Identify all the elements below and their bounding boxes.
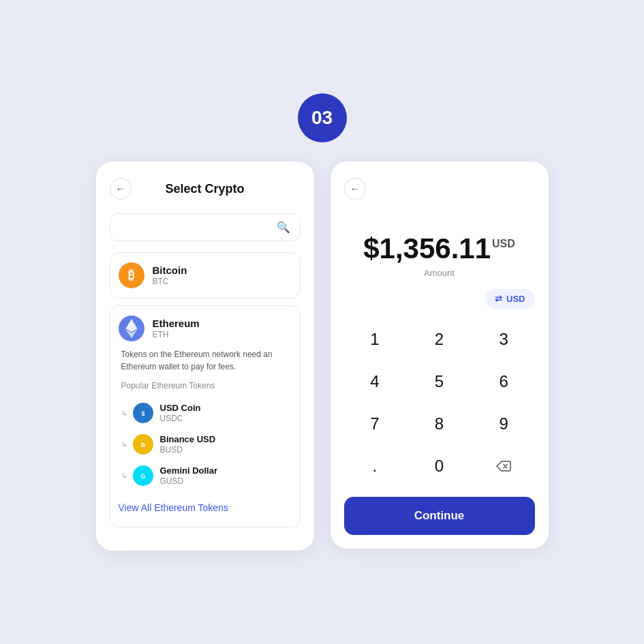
view-all-tokens-link[interactable]: View All Ethereum Tokens [119, 498, 228, 517]
amount-label: Amount [344, 268, 535, 278]
ethereum-item-row: Ethereum ETH [119, 316, 292, 341]
busd-icon: B [133, 434, 153, 455]
gusd-name: Gemini Dollar [160, 465, 218, 476]
gusd-info: Gemini Dollar GUSD [160, 465, 218, 486]
search-input[interactable] [120, 222, 277, 233]
bitcoin-info: Bitcoin BTC [153, 264, 187, 286]
num-5-button[interactable]: 5 [408, 362, 470, 401]
ethereum-name: Ethereum [153, 318, 200, 329]
swap-icon: ⇄ [495, 294, 502, 304]
left-back-button[interactable]: ← [110, 178, 132, 200]
delete-button[interactable] [473, 446, 535, 486]
usdc-arrow-icon: ↳ [121, 409, 127, 418]
busd-symbol: BUSD [160, 445, 216, 455]
busd-name: Binance USD [160, 434, 216, 444]
amount-currency-label: USD [492, 238, 515, 250]
bitcoin-name: Bitcoin [153, 264, 187, 276]
gusd-icon: G [133, 465, 153, 486]
svg-text:$: $ [141, 410, 144, 417]
busd-arrow-icon: ↳ [121, 440, 127, 449]
right-panel-header: ← [344, 178, 535, 200]
amount-panel: ← $1,356.11USD Amount ⇄ USD 1 2 3 4 5 6 … [331, 162, 549, 549]
step-badge: 03 [298, 93, 347, 142]
delete-icon [496, 461, 511, 472]
step-number: 03 [311, 107, 333, 129]
ethereum-note: Tokens on the Ethereum network need an E… [119, 348, 292, 373]
busd-glyph: B [138, 439, 149, 450]
left-panel-title: Select Crypto [165, 182, 244, 196]
panels-container: ← Select Crypto 🔍 ₿ Bitcoin BTC [96, 162, 549, 551]
num-dot-button[interactable]: . [344, 446, 406, 486]
ethereum-icon [119, 316, 144, 341]
num-1-button[interactable]: 1 [344, 320, 406, 359]
gusd-arrow-icon: ↳ [121, 472, 127, 480]
svg-text:B: B [140, 442, 145, 448]
left-back-icon: ← [116, 183, 125, 194]
usdc-name: USD Coin [160, 403, 201, 413]
search-icon: 🔍 [277, 221, 290, 234]
num-3-button[interactable]: 3 [473, 320, 535, 359]
gusd-glyph: G [138, 470, 149, 481]
amount-number: $1,356.11 [363, 232, 491, 265]
num-2-button[interactable]: 2 [408, 320, 470, 359]
svg-text:G: G [140, 473, 145, 480]
ethereum-glyph [125, 319, 138, 338]
num-8-button[interactable]: 8 [408, 404, 470, 444]
select-crypto-panel: ← Select Crypto 🔍 ₿ Bitcoin BTC [96, 162, 314, 551]
ethereum-info: Ethereum ETH [153, 318, 200, 339]
busd-info: Binance USD BUSD [160, 434, 216, 455]
ethereum-symbol: ETH [153, 330, 200, 339]
right-back-button[interactable]: ← [344, 178, 366, 200]
num-7-button[interactable]: 7 [344, 404, 406, 444]
bitcoin-glyph: ₿ [128, 269, 134, 283]
num-9-button[interactable]: 9 [473, 404, 535, 444]
currency-toggle-button[interactable]: ⇄ USD [485, 289, 534, 309]
usdc-info: USD Coin USDC [160, 403, 201, 423]
busd-token[interactable]: ↳ B Binance USD BUSD [119, 429, 292, 460]
search-bar[interactable]: 🔍 [110, 213, 301, 241]
gusd-symbol: GUSD [160, 476, 218, 486]
amount-section: $1,356.11USD Amount [344, 213, 535, 289]
usdc-icon: $ [133, 403, 153, 423]
numpad: 1 2 3 4 5 6 7 8 9 . 0 [344, 320, 535, 486]
usdc-glyph: $ [138, 408, 149, 418]
ethereum-item[interactable]: Ethereum ETH Tokens on the Ethereum netw… [110, 305, 301, 527]
num-4-button[interactable]: 4 [344, 362, 406, 401]
currency-toggle-label: USD [506, 294, 525, 304]
amount-display: $1,356.11USD [363, 232, 515, 265]
bitcoin-item[interactable]: ₿ Bitcoin BTC [110, 252, 301, 298]
currency-toggle-section: ⇄ USD [344, 289, 535, 309]
bitcoin-icon: ₿ [119, 262, 144, 288]
usdc-token[interactable]: ↳ $ USD Coin USDC [119, 397, 292, 429]
num-0-button[interactable]: 0 [408, 446, 470, 486]
popular-tokens-label: Popular Ethereum Tokens [119, 381, 218, 390]
right-back-icon: ← [350, 183, 360, 194]
continue-button[interactable]: Continue [344, 497, 535, 535]
usdc-symbol: USDC [160, 414, 201, 423]
num-6-button[interactable]: 6 [473, 362, 535, 401]
bitcoin-symbol: BTC [153, 277, 187, 286]
gusd-token[interactable]: ↳ G Gemini Dollar GUSD [119, 460, 292, 491]
left-panel-header: ← Select Crypto [110, 178, 301, 200]
